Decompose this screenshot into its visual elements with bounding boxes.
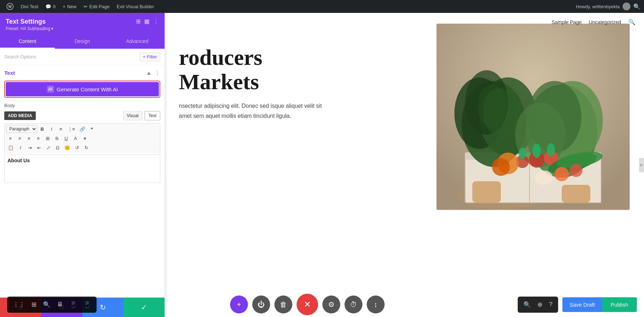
outdent-button[interactable]: ⇤ [35,144,43,152]
ai-button-wrapper: AI Generate Content With AI [4,81,160,98]
pencil-icon: ✏ [84,4,88,9]
filter-label: + Filter [143,54,157,59]
special-chars-button[interactable]: Ω [53,144,62,152]
search-input[interactable] [4,54,137,59]
grid-tool-button[interactable]: ⊞ [30,299,38,310]
align-justify-button[interactable]: ≡ [34,135,43,142]
italic2-button[interactable]: I [16,144,25,152]
generate-ai-button[interactable]: AI Generate Content With AI [6,82,159,96]
search-right-button[interactable]: 🔍 [522,299,532,310]
section-menu-icon[interactable]: ⋮ [155,69,160,76]
stats-button[interactable]: ↕ [367,296,385,313]
bold-button[interactable]: B [38,125,47,133]
text-section-header: Text ▲ ⋮ [4,69,160,76]
search-tool-button[interactable]: 🔍 [42,299,52,310]
svg-text:W: W [8,5,12,9]
howdy-label: Howdy, writtenbyekta [576,4,620,9]
mobile-tool-button[interactable]: 📱 [82,299,92,310]
strikethrough-button[interactable]: S [53,135,61,142]
undo2-button[interactable]: ↺ [73,144,81,152]
blockquote-button[interactable]: ❝ [88,125,96,133]
paragraph-select[interactable]: Paragraph [6,125,37,133]
paste-text-button[interactable]: 📋 [6,144,15,152]
edit-page-label: Edit Page [89,4,109,9]
more-icon[interactable]: ⋮ [153,18,159,25]
uncategorized-link[interactable]: Uncategorized [589,19,621,25]
admin-search-icon[interactable]: 🔍 [633,3,640,10]
toolbar-row-1: Paragraph B I ≡ ⋮≡ 🔗 ❝ [6,125,158,133]
publish-button[interactable]: Publish [602,297,637,312]
align-left-button[interactable]: ≡ [6,135,15,142]
bottom-toolbar: ⋮⋮ ⊞ 🔍 🖥 📱 📱 + ⏻ 🗑 ✕ ⚙ ⏱ ↕ 🔍 ⊕ ? Save Dr… [0,292,644,317]
save-draft-button[interactable]: Save Draft [562,297,602,312]
svg-point-23 [519,148,526,159]
trash-button[interactable]: 🗑 [274,296,292,313]
sample-page-link[interactable]: Sample Page [552,19,582,25]
svg-point-22 [547,143,555,156]
align-center-button[interactable]: ≡ [15,135,24,142]
preset-label: Preset: H4 Subheading [6,26,50,31]
heading-line2: Markets [179,69,259,94]
nav-search-icon[interactable]: 🔍 [628,19,635,25]
hero-image [436,24,630,210]
tablet-tool-button[interactable]: 📱 [68,299,78,310]
new-item[interactable]: + New [60,0,79,13]
desktop-tool-button[interactable]: 🖥 [55,299,64,310]
bottom-right-tools: 🔍 ⊕ ? [518,297,558,313]
text-color-button[interactable]: A [71,135,80,142]
editor-body[interactable]: About Us [4,154,160,183]
panel-preset[interactable]: Preset: H4 Subheading ▾ [6,26,53,31]
edit-page-item[interactable]: ✏ Edit Page [81,0,112,13]
visual-tab-button[interactable]: Visual [123,111,142,120]
align-right-button[interactable]: ≡ [25,135,33,142]
redo2-button[interactable]: ↻ [82,144,91,152]
underline-button[interactable]: U [62,135,70,142]
svg-point-13 [483,88,515,135]
panel-header-icons: ⊞ ▦ ⋮ [136,18,159,25]
history-button[interactable]: ⏱ [345,296,362,313]
ordered-list-button[interactable]: ⋮≡ [66,125,77,133]
collapse-handle[interactable]: ▶ [639,158,644,172]
wp-logo-item[interactable]: W [4,0,16,13]
comment-icon: 💬 [45,4,51,9]
text-label: Text [148,113,156,118]
tab-advanced[interactable]: Advanced [110,35,165,49]
tab-content[interactable]: Content [0,35,55,49]
fullscreen-button[interactable]: ⤢ [44,144,53,152]
section-controls: ▲ ⋮ [146,69,160,76]
admin-bar-right: Howdy, writtenbyekta 🔍 [576,3,640,10]
close-main-button[interactable]: ✕ [297,294,318,315]
site-name-item[interactable]: Divi Test [18,0,41,13]
exit-builder-item[interactable]: Exit Visual Builder [114,0,157,13]
add-media-label: ADD MEDIA [8,113,32,118]
filter-button[interactable]: + Filter [140,52,160,61]
svg-rect-31 [472,181,501,203]
settings-tool-button[interactable]: ⋮⋮ [11,299,26,310]
indent-button[interactable]: ⇥ [25,144,34,152]
help-button[interactable]: ? [547,299,553,310]
add-section-button[interactable]: + [230,296,248,313]
bottom-left-tools: ⋮⋮ ⊞ 🔍 🖥 📱 📱 [7,297,97,313]
settings-panel: Text Settings Preset: H4 Subheading ▾ ⊞ … [0,13,165,317]
power-button[interactable]: ⏻ [252,296,270,313]
add-media-button[interactable]: ADD MEDIA [4,111,36,120]
text-tab-button[interactable]: Text [145,111,160,120]
layers-button[interactable]: ⊕ [536,299,544,310]
unordered-list-button[interactable]: ≡ [57,125,65,133]
grid-icon[interactable]: ▦ [144,18,150,25]
comments-item[interactable]: 💬 0 [43,0,58,13]
section-chevron-icon[interactable]: ▲ [146,70,152,76]
hero-body-text: nsectetur adipiscing elit. Donec sed isq… [179,101,329,120]
expand-icon[interactable]: ⊞ [136,18,141,25]
link-button[interactable]: 🔗 [78,125,87,133]
panel-header: Text Settings Preset: H4 Subheading ▾ ⊞ … [0,13,165,35]
emoji-button[interactable]: 🙂 [63,144,72,152]
svg-point-30 [535,170,553,185]
color-picker-button[interactable]: ▾ [80,135,89,142]
gear-button[interactable]: ⚙ [322,296,340,313]
heading-line1: roducers [179,45,262,69]
table-button[interactable]: ⊞ [43,135,52,142]
italic-button[interactable]: I [47,125,56,133]
tab-design[interactable]: Design [55,35,109,49]
main-content: Sample Page Uncategorized 🔍 roducers Mar… [165,13,644,317]
